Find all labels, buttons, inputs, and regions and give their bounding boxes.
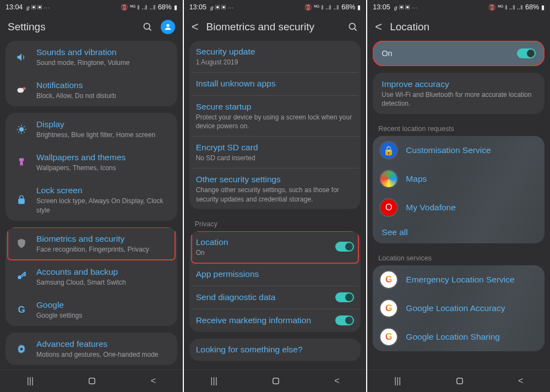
service-name: Emergency Location Service <box>406 274 514 286</box>
privacy-item[interactable]: LocationOn <box>192 231 359 263</box>
footer-link[interactable]: Looking for something else? <box>192 339 359 361</box>
profile-avatar[interactable] <box>161 20 175 34</box>
privacy-item[interactable]: Send diagnostic data <box>192 286 359 309</box>
privacy-item[interactable]: Receive marketing information <box>192 309 359 332</box>
location-on-label: On <box>382 49 392 58</box>
item-title: Wallpapers and themes <box>36 152 168 164</box>
settings-item-brush[interactable]: Wallpapers and themesWallpapers, Themes,… <box>8 145 175 178</box>
item-title: Advanced features <box>36 339 168 350</box>
item-sub: Sound mode, Ringtone, Volume <box>36 58 168 67</box>
display-icon <box>14 124 29 135</box>
gear-icon <box>14 344 29 355</box>
nav-bar: ||| < <box>0 369 183 392</box>
settings-item-gear[interactable]: Advanced featuresMotions and gestures, O… <box>8 333 175 365</box>
status-bar: 13:04 𝘨 ▣ ▣ ⋯ 📵 ᴺᴳ ⫴ ..⫴ ..⫴68%▮ <box>0 0 183 14</box>
svg-point-4 <box>23 87 26 90</box>
settings-item-key[interactable]: Accounts and backupSamsung Cloud, Smart … <box>8 260 175 293</box>
location-service[interactable]: GGoogle Location Accuracy <box>373 294 544 323</box>
nav-recents[interactable]: ||| <box>198 373 229 389</box>
item-title: Install unknown apps <box>196 78 355 90</box>
settings-item-lock[interactable]: Lock screenScreen lock type, Always On D… <box>8 178 175 220</box>
clock: 13:05 <box>373 3 390 11</box>
nav-recents[interactable]: ||| <box>15 373 46 389</box>
search-icon[interactable] <box>347 21 358 32</box>
location-master-toggle-card[interactable]: On <box>373 41 544 66</box>
screen-settings: 13:04 𝘨 ▣ ▣ ⋯ 📵 ᴺᴳ ⫴ ..⫴ ..⫴68%▮ Setting… <box>0 0 183 392</box>
app-name: Maps <box>406 173 427 185</box>
item-sub: Block, Allow, Do not disturb <box>36 91 168 100</box>
notif-icon <box>14 85 29 96</box>
location-service[interactable]: GGoogle Location Sharing <box>373 323 544 351</box>
svg-rect-3 <box>18 88 24 92</box>
location-service[interactable]: GEmergency Location Service <box>373 265 544 294</box>
location-services-label: Location services <box>373 250 544 265</box>
item-sub: 1 August 2019 <box>196 58 355 67</box>
location-master-toggle[interactable] <box>517 48 536 58</box>
page-title: Settings <box>8 21 134 33</box>
item-sub: Motions and gestures, One-handed mode <box>36 350 168 359</box>
security-item[interactable]: Install unknown apps <box>192 73 359 96</box>
item-title: Display <box>36 119 168 130</box>
item-title: Secure startup <box>196 101 355 113</box>
nav-back[interactable]: < <box>322 373 351 389</box>
recent-app[interactable]: Maps <box>373 165 544 193</box>
clock: 13:05 <box>189 3 206 11</box>
svg-point-15 <box>18 276 21 280</box>
svg-rect-18 <box>89 378 95 384</box>
svg-line-10 <box>18 126 19 127</box>
privacy-label: Privacy <box>189 216 361 231</box>
service-name: Google Location Sharing <box>406 331 500 343</box>
improve-sub: Use Wi-Fi and Bluetooth for more accurat… <box>382 90 536 108</box>
search-icon[interactable] <box>142 21 153 32</box>
security-item[interactable]: Encrypt SD cardNo SD card inserted <box>192 137 359 168</box>
security-item[interactable]: Secure startupProtect your device by usi… <box>192 96 359 137</box>
item-sub: Change other security settings, such as … <box>196 186 355 203</box>
app-name: Customisation Service <box>406 145 491 156</box>
recent-app[interactable]: OMy Vodafone <box>373 193 544 222</box>
svg-line-11 <box>24 132 25 133</box>
nav-bar: ||| < <box>184 369 367 392</box>
nav-recents[interactable]: ||| <box>382 373 413 389</box>
item-sub: Protect your device by using a screen lo… <box>196 113 355 130</box>
screen-location: 13:05 𝘨 ▣ ▣ ⋯ 📵 ᴺᴳ ⫴ ..⫴ ..⫴68%▮ < Locat… <box>367 0 550 392</box>
security-item[interactable]: Security update1 August 2019 <box>192 41 359 73</box>
back-icon[interactable]: < <box>192 20 199 34</box>
nav-back[interactable]: < <box>506 373 535 389</box>
status-left-icons: 𝘨 ▣ ▣ ⋯ <box>394 4 417 10</box>
nav-home[interactable] <box>75 373 109 389</box>
svg-point-17 <box>20 347 23 350</box>
item-sub: Face recognition, Fingerprints, Privacy <box>36 245 168 254</box>
settings-item-notif[interactable]: NotificationsBlock, Allow, Do not distur… <box>8 73 175 106</box>
status-left-icons: 𝘨 ▣ ▣ ⋯ <box>26 4 50 10</box>
privacy-item[interactable]: App permissions <box>192 263 359 286</box>
maps-icon <box>379 170 398 188</box>
item-title: Accounts and backup <box>36 266 168 278</box>
item-title: Encrypt SD card <box>196 142 355 154</box>
recent-app[interactable]: 🔒Customisation Service <box>373 136 544 165</box>
settings-item-google[interactable]: GGoogleGoogle settings <box>8 293 175 326</box>
see-all[interactable]: See all <box>373 222 544 243</box>
service-name: Google Location Accuracy <box>406 303 505 314</box>
security-item[interactable]: Other security settingsChange other secu… <box>192 168 359 209</box>
svg-rect-22 <box>456 378 462 384</box>
nav-back[interactable]: < <box>139 373 168 389</box>
nav-bar: ||| < <box>367 369 550 392</box>
settings-item-volume[interactable]: Sounds and vibrationSound mode, Ringtone… <box>8 41 175 73</box>
svg-point-0 <box>144 23 150 29</box>
battery-icon: ▮ <box>541 4 544 11</box>
settings-item-shield[interactable]: Biometrics and securityFace recognition,… <box>8 227 175 260</box>
nav-home[interactable] <box>443 373 477 389</box>
status-right-icons: 📵 ᴺᴳ ⫴ ..⫴ ..⫴ <box>488 4 523 11</box>
toggle[interactable] <box>335 292 354 302</box>
improve-accuracy-card[interactable]: Improve accuracy Use Wi-Fi and Bluetooth… <box>373 73 544 114</box>
settings-item-display[interactable]: DisplayBrightness, Blue light filter, Ho… <box>8 113 175 145</box>
item-sub: Samsung Cloud, Smart Switch <box>36 278 168 287</box>
item-title: Lock screen <box>36 185 168 197</box>
item-title: Send diagnostic data <box>196 292 276 303</box>
toggle[interactable] <box>335 315 354 325</box>
toggle[interactable] <box>335 242 354 252</box>
back-icon[interactable]: < <box>375 20 382 34</box>
battery: 68% <box>525 3 539 11</box>
svg-rect-21 <box>273 378 279 384</box>
nav-home[interactable] <box>259 373 293 389</box>
